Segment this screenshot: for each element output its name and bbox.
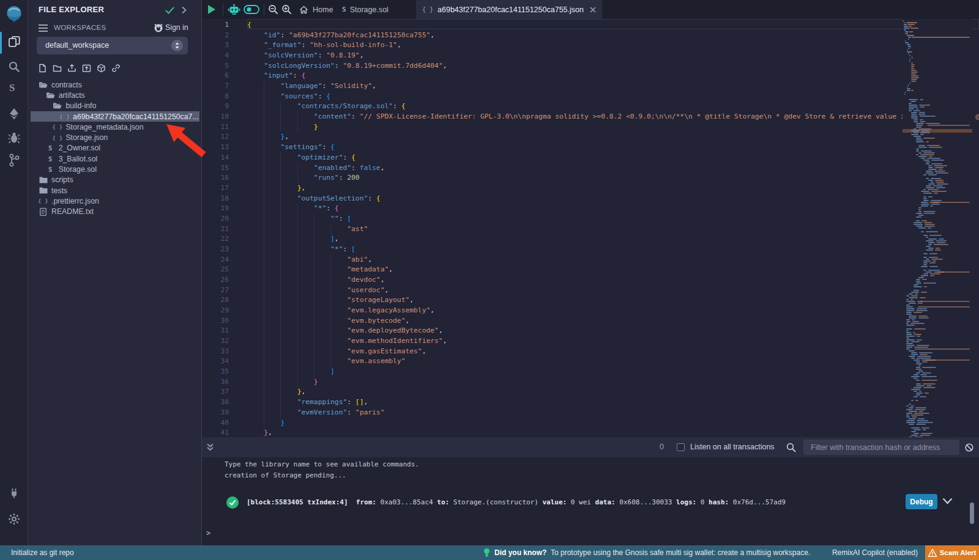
indent-guide (280, 224, 281, 235)
code-editor[interactable]: 1234567891011121314151617181920212223242… (202, 19, 979, 437)
minimap-line (906, 312, 912, 313)
tab-build-info-json[interactable]: { } a69b43f277ba20fcac141151250ca755.jso… (416, 0, 602, 19)
minimap-line (909, 424, 914, 425)
minimap-line (925, 359, 970, 361)
minimap-line (911, 66, 914, 67)
expand-tx-icon[interactable] (942, 498, 953, 504)
transaction-filter-input[interactable] (803, 440, 959, 455)
indent-guide (280, 397, 281, 408)
collapse-terminal-icon[interactable] (206, 443, 214, 451)
deploy-run-icon[interactable] (8, 108, 20, 120)
close-tab-icon[interactable] (590, 7, 596, 13)
indent-guide (280, 265, 281, 275)
tree-item-scripts[interactable]: scripts (31, 175, 199, 185)
copilot-status[interactable]: RemixAI Copilot (enabled) (832, 548, 918, 557)
code-line: } (247, 123, 318, 131)
tree-item-label: 3_Ballot.sol (59, 155, 98, 163)
minimap-line (916, 216, 921, 218)
minimap-line (906, 308, 915, 309)
terminal-scrollbar[interactable] (970, 503, 974, 524)
minimap-line (926, 231, 937, 232)
minimap-line (923, 257, 927, 258)
new-folder-icon[interactable] (53, 64, 62, 73)
copilot-toggle-icon[interactable] (244, 5, 259, 14)
minimap-line (914, 284, 918, 286)
minimap-line (934, 244, 948, 245)
ai-copilot-icon[interactable] (228, 4, 240, 16)
indent-guide (280, 194, 281, 204)
workspace-select[interactable]: default_workspace (37, 37, 188, 54)
tree-item-artifacts[interactable]: artifacts (31, 90, 199, 100)
load-template-icon[interactable] (97, 64, 106, 73)
new-file-icon[interactable] (38, 64, 47, 73)
minimap-line (914, 128, 917, 130)
tree-item-tests[interactable]: tests (31, 185, 199, 196)
run-script-icon[interactable] (207, 5, 216, 14)
line-number: 17 (202, 184, 229, 192)
sign-in-button[interactable]: Sign in (165, 23, 188, 32)
remix-logo-icon[interactable] (5, 5, 23, 23)
minimap-line (921, 191, 929, 192)
indent-guide (280, 245, 281, 255)
block-icon[interactable] (965, 443, 973, 452)
minimap-line (923, 387, 936, 388)
minimap-line (916, 123, 924, 124)
minimap-line (911, 389, 920, 390)
git-init-button[interactable]: Initialize as git repo (11, 548, 74, 557)
tab-storage-sol[interactable]: S Storage.sol (333, 0, 397, 19)
connect-localhost-icon[interactable] (111, 64, 121, 73)
minimap-line (911, 414, 924, 416)
minimap-line (916, 372, 920, 374)
minimap-line (904, 22, 905, 23)
tree-item-contracts[interactable]: contracts (31, 79, 199, 90)
minimap-line (918, 418, 925, 419)
tree-item-storage-sol[interactable]: SStorage.sol (31, 164, 199, 174)
file-explorer-icon[interactable] (8, 35, 21, 48)
minimap-line (914, 286, 922, 287)
minimap-line (921, 266, 928, 267)
minimap-line (916, 226, 923, 227)
settings-icon[interactable] (8, 513, 20, 525)
git-icon[interactable] (9, 153, 20, 167)
terminal-prompt[interactable]: > (206, 529, 210, 537)
minimap-line (906, 295, 909, 297)
editor-minimap[interactable] (903, 19, 972, 437)
minimap-line (936, 187, 945, 188)
plugin-manager-icon[interactable] (8, 487, 20, 499)
tree-item--prettierrc-json[interactable]: { }.prettierrc.json (31, 196, 199, 206)
scam-alert-badge[interactable]: Scam Alert (925, 545, 979, 560)
debugger-icon[interactable] (8, 131, 20, 144)
workspaces-menu-icon[interactable] (39, 24, 48, 32)
minimap-line (906, 422, 915, 423)
minimap-line (915, 293, 918, 295)
json-icon: { } (53, 134, 62, 141)
github-icon[interactable] (154, 23, 163, 32)
minimap-line (928, 248, 934, 249)
transaction-log[interactable]: [block:5583405 txIndex:4] from: 0xa03...… (247, 498, 786, 506)
minimap-line (907, 90, 911, 91)
solidity-compiler-icon[interactable]: S (9, 82, 20, 95)
upload-file-icon[interactable] (67, 64, 76, 73)
indent-guide (297, 122, 298, 133)
tree-item-readme-txt[interactable]: README.txt (31, 207, 199, 217)
listen-checkbox[interactable] (677, 443, 685, 451)
minimap-line (925, 392, 928, 394)
tree-item-build-info[interactable]: build-info (31, 101, 199, 111)
minimap-line (921, 292, 927, 293)
minimap-line (930, 275, 934, 276)
red-arrow-annotation (156, 116, 212, 164)
search-icon[interactable] (8, 61, 20, 73)
solidity-icon: S (46, 155, 55, 163)
minimap-line (923, 174, 926, 175)
minimap-line (904, 28, 909, 29)
minimap-line (906, 416, 910, 418)
chevron-right-icon[interactable] (181, 6, 187, 14)
zoom-out-icon[interactable] (268, 4, 278, 15)
upload-folder-icon[interactable] (82, 64, 91, 73)
tx-label: logs: (676, 498, 696, 506)
terminal[interactable]: Type the library name to see available c… (202, 457, 979, 545)
debug-button[interactable]: Debug (906, 494, 937, 509)
indent-guide (297, 265, 298, 275)
indent-guide (314, 265, 315, 275)
tree-item-label: README.txt (51, 207, 94, 216)
